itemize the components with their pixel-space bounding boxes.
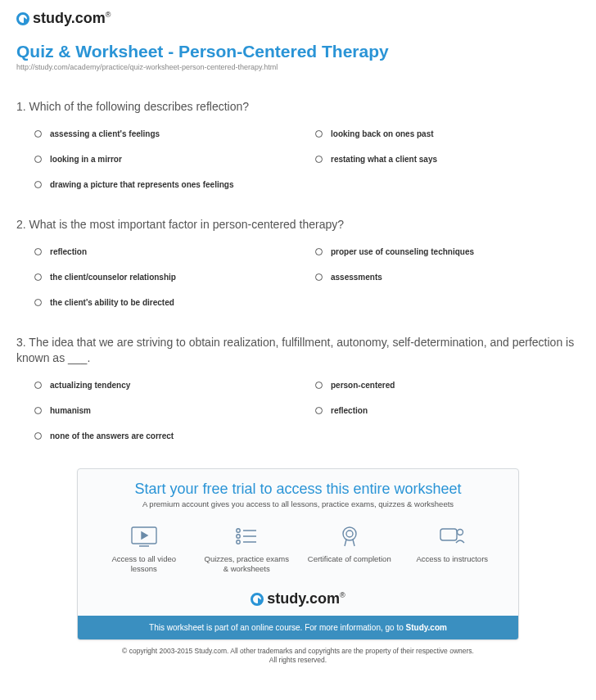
cta-feature-quizzes: Quizzes, practice exams & worksheets: [201, 525, 291, 575]
svg-rect-13: [440, 529, 457, 540]
radio-icon: [315, 130, 323, 138]
radio-icon: [34, 407, 42, 414]
radio-icon: [34, 299, 42, 306]
radio-icon: [315, 273, 323, 281]
question-1-options: assessing a client's feelings looking ba…: [16, 129, 580, 189]
cta-banner: This worksheet is part of an online cour…: [78, 616, 518, 639]
svg-point-3: [237, 528, 240, 531]
radio-icon: [34, 432, 42, 440]
list-check-icon: [232, 525, 261, 548]
radio-icon: [34, 130, 42, 138]
svg-point-7: [237, 540, 240, 543]
certificate-icon: [335, 525, 364, 548]
question-2: 2. What is the most important factor in …: [16, 217, 580, 307]
q2-option-e[interactable]: the client's ability to be directed: [34, 298, 580, 307]
q2-option-d[interactable]: assessments: [315, 273, 580, 282]
cta-feature-text: Quizzes, practice exams & worksheets: [201, 554, 291, 575]
video-icon: [129, 525, 159, 548]
svg-point-14: [458, 529, 463, 535]
q1-option-c[interactable]: looking in a mirror: [34, 155, 299, 164]
q3-option-b[interactable]: person-centered: [315, 381, 580, 390]
svg-point-10: [346, 531, 353, 537]
page-title: Quiz & Worksheet - Person-Centered Thera…: [16, 42, 580, 61]
question-text: 2. What is the most important factor in …: [16, 217, 580, 233]
svg-line-11: [345, 540, 346, 546]
instructor-icon: [437, 525, 467, 548]
q3-option-e[interactable]: none of the answers are correct: [34, 431, 580, 440]
cta-feature-text: Certificate of completion: [308, 554, 391, 564]
logo-text: study.com®: [267, 590, 345, 607]
logo-text: study.com®: [33, 10, 111, 27]
radio-icon: [315, 248, 323, 255]
cta-feature-text: Access to instructors: [416, 554, 488, 564]
q3-option-a[interactable]: actualizing tendency: [34, 381, 299, 390]
radio-icon: [34, 156, 42, 163]
svg-point-9: [343, 527, 356, 540]
radio-icon: [34, 273, 42, 281]
logo-play-icon: [16, 12, 29, 25]
cta-subtitle: A premium account gives you access to al…: [78, 499, 518, 520]
q1-option-e[interactable]: drawing a picture that represents ones f…: [34, 180, 580, 189]
cta-box: Start your free trial to access this ent…: [77, 468, 519, 641]
cta-logo: study.com®: [78, 585, 518, 616]
radio-icon: [315, 382, 323, 389]
q1-option-a[interactable]: assessing a client's feelings: [34, 129, 299, 138]
q2-option-c[interactable]: the client/counselor relationship: [34, 273, 299, 282]
q3-option-d[interactable]: reflection: [315, 406, 580, 415]
q1-option-d[interactable]: restating what a client says: [315, 155, 580, 164]
q3-option-c[interactable]: humanism: [34, 406, 299, 415]
question-3: 3. The idea that we are striving to obta…: [16, 335, 580, 440]
copyright: © copyright 2003-2015 Study.com. All oth…: [16, 647, 580, 665]
svg-line-12: [353, 540, 354, 546]
svg-point-5: [237, 534, 240, 537]
cta-feature-video: Access to all video lessons: [99, 525, 189, 575]
question-text: 3. The idea that we are striving to obta…: [16, 335, 580, 366]
q2-option-b[interactable]: proper use of counseling techniques: [315, 247, 580, 256]
cta-feature-certificate: Certificate of completion: [305, 525, 395, 575]
cta-feature-instructors: Access to instructors: [407, 525, 497, 575]
question-text: 1. Which of the following describes refl…: [16, 99, 580, 115]
radio-icon: [315, 156, 323, 163]
cta-features: Access to all video lessons Quizzes, pra…: [78, 520, 518, 586]
q2-option-a[interactable]: reflection: [34, 247, 299, 256]
question-3-options: actualizing tendency person-centered hum…: [16, 381, 580, 440]
question-1: 1. Which of the following describes refl…: [16, 99, 580, 189]
cta-banner-link[interactable]: Study.com: [406, 623, 447, 632]
radio-icon: [315, 407, 323, 414]
cta-title: Start your free trial to access this ent…: [78, 469, 518, 499]
svg-marker-1: [142, 532, 147, 539]
site-logo: study.com®: [16, 10, 580, 27]
radio-icon: [34, 248, 42, 255]
page-url: http://study.com/academy/practice/quiz-w…: [16, 63, 580, 71]
cta-feature-text: Access to all video lessons: [99, 554, 189, 575]
radio-icon: [34, 382, 42, 389]
radio-icon: [34, 181, 42, 188]
q1-option-b[interactable]: looking back on ones past: [315, 129, 580, 138]
logo-play-icon: [251, 593, 264, 606]
question-2-options: reflection proper use of counseling tech…: [16, 247, 580, 307]
